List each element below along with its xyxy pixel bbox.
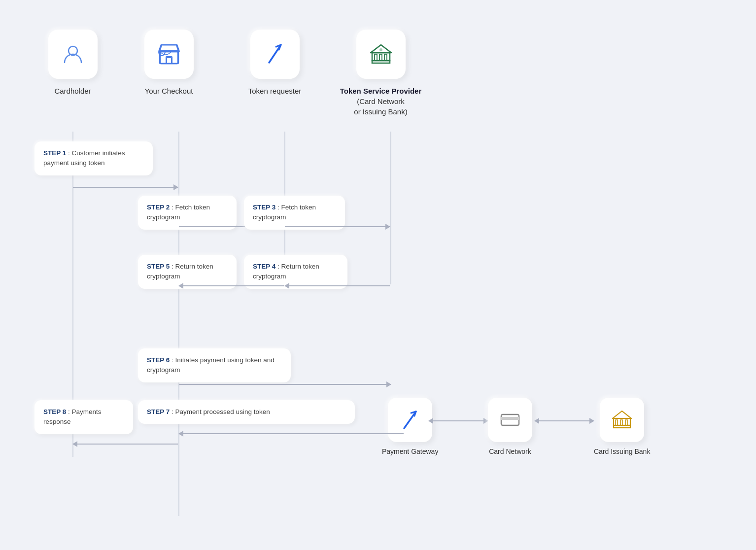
step6-num: STEP 6 — [147, 356, 170, 364]
step7-box: STEP 7 : Payment processed using token — [138, 400, 355, 424]
card-issuing-bank-box-container: Card Issuing Bank — [594, 398, 650, 457]
card-issuing-bank-label: Card Issuing Bank — [594, 447, 650, 457]
step8-num: STEP 8 — [43, 408, 66, 415]
card-network-icon-box — [488, 398, 532, 442]
step5-num: STEP 5 — [147, 263, 170, 270]
step2-box: STEP 2 : Fetch token cryptogram — [138, 196, 237, 230]
svg-rect-20 — [625, 420, 627, 425]
lifeline-token-service-provider — [390, 132, 391, 284]
your-checkout-label: Your Checkout — [145, 86, 193, 96]
actor-token-service-provider: Token Service Provider (Card Networkor I… — [328, 30, 434, 117]
step2-sep: : — [172, 204, 175, 211]
step3-num: STEP 3 — [253, 204, 275, 211]
flow-area: STEP 1 : Customer initiates payment usin… — [30, 132, 726, 516]
token-service-provider-sublabel: (Card Networkor Issuing Bank) — [354, 97, 407, 116]
svg-point-12 — [379, 48, 382, 51]
step3-sep: : — [277, 204, 281, 211]
token-service-provider-icon-box — [356, 30, 406, 79]
svg-rect-10 — [379, 54, 382, 61]
step5-box: STEP 5 : Return token cryptogram — [138, 255, 237, 289]
step6-box: STEP 6 : Initiates payment using token a… — [138, 348, 291, 382]
step1-sep: : — [68, 149, 72, 157]
step7-num: STEP 7 — [147, 408, 170, 415]
diagram-container: Cardholder Your Checkout — [0, 0, 756, 550]
svg-marker-17 — [613, 411, 631, 418]
bank-green-icon — [370, 44, 392, 65]
payment-gateway-icon-box — [388, 398, 432, 442]
step3-arrow — [285, 226, 390, 227]
step4-sep: : — [277, 263, 281, 270]
actors-row: Cardholder Your Checkout — [30, 30, 726, 117]
step8-sep: : — [68, 408, 72, 415]
step8-box: STEP 8 : Payments response — [34, 400, 133, 434]
token-requester-icon-box — [250, 30, 300, 79]
step1-arrow — [73, 187, 178, 188]
token-service-provider-label: Token Service Provider (Card Networkor I… — [340, 86, 422, 117]
actor-your-checkout: Your Checkout — [116, 30, 222, 96]
payment-gateway-box-container: Payment Gateway — [382, 398, 438, 457]
step7-arrow — [179, 433, 404, 434]
card-network-icon — [500, 412, 520, 427]
cardholder-icon-box — [48, 30, 98, 79]
svg-rect-2 — [167, 58, 172, 64]
card-network-box-container: Card Network — [488, 398, 532, 457]
svg-rect-9 — [375, 54, 377, 61]
card-issuing-bank-icon-box — [600, 398, 644, 442]
step5-sep: : — [172, 263, 175, 270]
actor-token-requester: Token requester — [222, 30, 328, 96]
step2-num: STEP 2 — [147, 204, 170, 211]
step7-sep: : — [172, 408, 175, 415]
step3-box: STEP 3 : Fetch token cryptogram — [244, 196, 345, 230]
person-icon — [62, 43, 84, 66]
step4-num: STEP 4 — [253, 263, 275, 270]
svg-rect-11 — [384, 54, 387, 61]
bank-gold-icon — [612, 411, 632, 429]
step5-arrow — [179, 285, 284, 286]
svg-rect-3 — [160, 51, 178, 53]
your-checkout-icon-box — [144, 30, 194, 79]
payment-gateway-label: Payment Gateway — [382, 447, 438, 457]
step8-arrow — [73, 444, 178, 445]
pg-cn-arrow — [429, 420, 488, 421]
step1-box: STEP 1 : Customer initiates payment usin… — [34, 141, 153, 175]
actor-cardholder: Cardholder — [30, 30, 116, 96]
step1-num: STEP 1 — [43, 149, 66, 157]
step7-text: Payment processed using token — [175, 408, 270, 415]
step4-box: STEP 4 : Return token cryptogram — [244, 255, 347, 289]
payment-gateway-card-icon — [401, 410, 419, 430]
svg-rect-18 — [616, 420, 618, 425]
card-network-label: Card Network — [489, 447, 531, 457]
cardholder-label: Cardholder — [54, 86, 91, 96]
card-diagonal-icon — [265, 43, 285, 66]
svg-rect-14 — [501, 417, 519, 420]
svg-rect-19 — [620, 420, 622, 425]
step6-arrow — [179, 384, 391, 385]
store-icon — [158, 44, 180, 65]
svg-rect-15 — [614, 418, 630, 425]
cn-cib-arrow — [535, 420, 594, 421]
step4-arrow — [285, 285, 390, 286]
step6-sep: : — [172, 356, 175, 364]
token-requester-label: Token requester — [248, 86, 302, 96]
lifeline-your-checkout — [178, 132, 179, 516]
token-service-provider-strong: Token Service Provider — [340, 87, 422, 95]
